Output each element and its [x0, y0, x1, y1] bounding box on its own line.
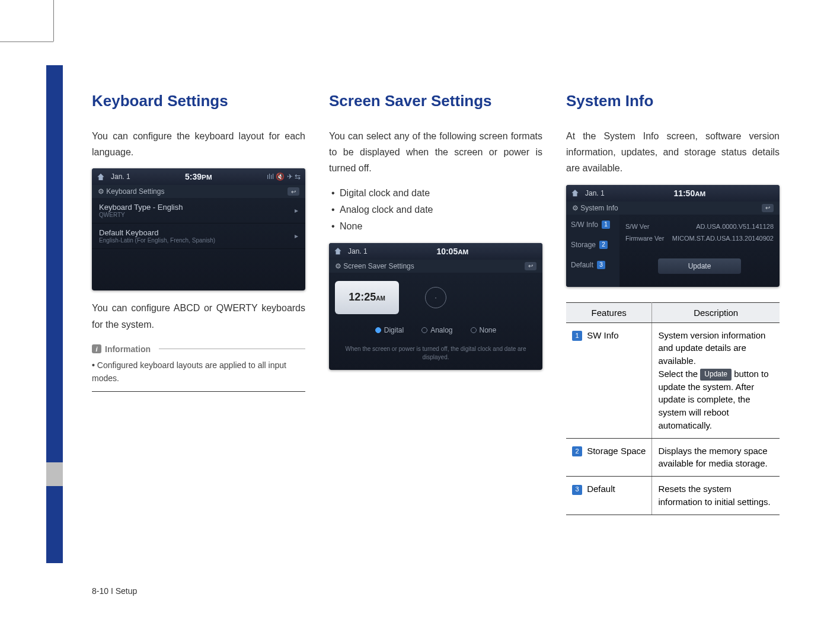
- heading-system-info: System Info: [566, 92, 780, 110]
- row-label: Default Keyboard: [99, 228, 158, 237]
- titlebar-time: 10:05AM: [436, 247, 468, 256]
- paragraph-keyboard-abcd: You can configure ABCD or QWERTY keyboar…: [92, 300, 305, 332]
- titlebar-time: 11:50AM: [673, 189, 705, 198]
- option-digital-preview[interactable]: 12:25AM: [335, 281, 399, 314]
- titlebar-time: 5:39PM: [185, 172, 212, 181]
- status-icons: ılıl 🔇 ✈ ⇆: [267, 172, 301, 181]
- screensaver-option-list: Digital clock and date Analog clock and …: [331, 185, 542, 235]
- row-default-keyboard[interactable]: Default Keyboard English-Latin (For Engl…: [92, 223, 305, 249]
- kv-value: AD.USA.0000.V51.141128: [696, 223, 774, 230]
- list-item: Analog clock and date: [331, 202, 542, 218]
- tab-default[interactable]: Default3: [566, 255, 619, 275]
- kv-key: Firmware Ver: [625, 235, 664, 242]
- crop-mark-vertical: [53, 0, 54, 41]
- feature-label: 2 Storage Space: [566, 438, 652, 477]
- system-info-tabs: S/W Info1 Storage2 Default3: [566, 215, 619, 287]
- table-header-row: Features Description: [566, 302, 780, 322]
- number-badge-1: 1: [572, 331, 582, 341]
- radio-digital[interactable]: Digital: [375, 326, 404, 334]
- titlebar: Jan. 1 10:05AM: [329, 243, 542, 260]
- screenshot-keyboard-settings: Jan. 1 5:39PM ılıl 🔇 ✈ ⇆ Keyboard Settin…: [92, 168, 305, 290]
- page-side-bar: [46, 65, 63, 563]
- home-icon: [571, 189, 579, 197]
- table-row: 3 Default Resets the system information …: [566, 477, 780, 515]
- information-block: i Information • Configured keyboard layo…: [92, 344, 305, 392]
- tab-storage[interactable]: Storage2: [566, 235, 619, 255]
- number-badge-2: 2: [572, 446, 582, 456]
- page-footer: 8-10 I Setup: [92, 586, 137, 596]
- page-side-bar-tab: [46, 462, 63, 486]
- back-icon[interactable]: ↩: [762, 204, 774, 212]
- gear-icon: Keyboard Settings: [98, 187, 164, 196]
- number-badge-3: 3: [572, 485, 582, 495]
- feature-description: Displays the memory space available for …: [652, 438, 780, 477]
- screenshot-screen-saver: Jan. 1 10:05AM Screen Saver Settings ↩ 1…: [329, 243, 542, 370]
- column-keyboard-settings: Keyboard Settings You can configure the …: [92, 92, 305, 566]
- heading-keyboard-settings: Keyboard Settings: [92, 92, 305, 110]
- titlebar: Jan. 1 11:50AM: [566, 185, 780, 202]
- page-content: Keyboard Settings You can configure the …: [92, 92, 780, 566]
- titlebar-date: Jan. 1: [111, 172, 130, 181]
- th-description: Description: [652, 302, 780, 322]
- option-none-preview[interactable]: [472, 281, 536, 314]
- screen-subtitle-bar: Screen Saver Settings ↩: [329, 260, 542, 273]
- row-sublabel: QWERTY: [99, 212, 183, 218]
- info-bullet: • Configured keyboard layouts are applie…: [92, 359, 305, 392]
- radio-none[interactable]: None: [471, 326, 497, 334]
- screenshot-system-info: Jan. 1 11:50AM System Info ↩ S/W Info1 S…: [566, 185, 780, 287]
- kv-value: MICOM.ST.AD.USA.113.20140902: [672, 235, 774, 242]
- crop-mark-horizontal: [0, 41, 53, 42]
- info-icon: i: [92, 344, 101, 353]
- feature-label: 1 SW Info: [566, 322, 652, 438]
- table-row: 1 SW Info System version information and…: [566, 322, 780, 438]
- column-screen-saver: Screen Saver Settings You can select any…: [329, 92, 542, 566]
- kv-key: S/W Ver: [625, 223, 649, 230]
- heading-screen-saver: Screen Saver Settings: [329, 92, 542, 110]
- feature-label: 3 Default: [566, 477, 652, 515]
- chevron-right-icon: ▸: [295, 232, 298, 240]
- feature-description: System version information and update de…: [652, 322, 780, 438]
- tab-sw-info[interactable]: S/W Info1: [566, 215, 619, 235]
- titlebar: Jan. 1 5:39PM ılıl 🔇 ✈ ⇆: [92, 168, 305, 185]
- titlebar-date: Jan. 1: [348, 247, 368, 255]
- titlebar-date: Jan. 1: [585, 189, 605, 197]
- th-features: Features: [566, 302, 652, 322]
- option-analog-preview[interactable]: ·: [404, 281, 468, 314]
- update-button[interactable]: Update: [658, 258, 741, 274]
- back-icon[interactable]: ↩: [288, 187, 299, 196]
- list-item: Digital clock and date: [331, 185, 542, 202]
- clock-icon: ·: [425, 287, 446, 308]
- update-chip: Update: [700, 369, 732, 380]
- back-icon[interactable]: ↩: [525, 262, 536, 270]
- list-item: None: [331, 218, 542, 235]
- row-label: Keyboard Type - English: [99, 203, 183, 212]
- feature-description: Resets the system information to initial…: [652, 477, 780, 515]
- radio-analog[interactable]: Analog: [421, 326, 452, 334]
- gear-icon: Screen Saver Settings: [335, 262, 414, 270]
- column-system-info: System Info At the System Info screen, s…: [566, 92, 780, 566]
- system-info-panel: S/W VerAD.USA.0000.V51.141128 Firmware V…: [619, 215, 780, 287]
- option-radio-row: Digital Analog None: [329, 322, 542, 340]
- screen-subtitle-bar: System Info ↩: [566, 202, 780, 215]
- paragraph-system-info-intro: At the System Info screen, software vers…: [566, 128, 780, 177]
- row-sublabel: English-Latin (For English, French, Span…: [99, 237, 215, 244]
- paragraph-screensaver-intro: You can select any of the following scre…: [329, 128, 542, 177]
- features-table: Features Description 1 SW Info System ve…: [566, 302, 780, 515]
- gear-icon: System Info: [572, 204, 618, 212]
- screen-subtitle-bar: Keyboard Settings ↩: [92, 185, 305, 198]
- screensaver-note: When the screen or power is turned off, …: [329, 340, 542, 370]
- info-title: Information: [105, 344, 151, 354]
- home-icon: [97, 172, 105, 181]
- paragraph-keyboard-intro: You can configure the keyboard layout fo…: [92, 128, 305, 160]
- row-keyboard-type[interactable]: Keyboard Type - English QWERTY ▸: [92, 198, 305, 223]
- chevron-right-icon: ▸: [295, 206, 298, 215]
- home-icon: [334, 247, 342, 255]
- table-row: 2 Storage Space Displays the memory spac…: [566, 438, 780, 477]
